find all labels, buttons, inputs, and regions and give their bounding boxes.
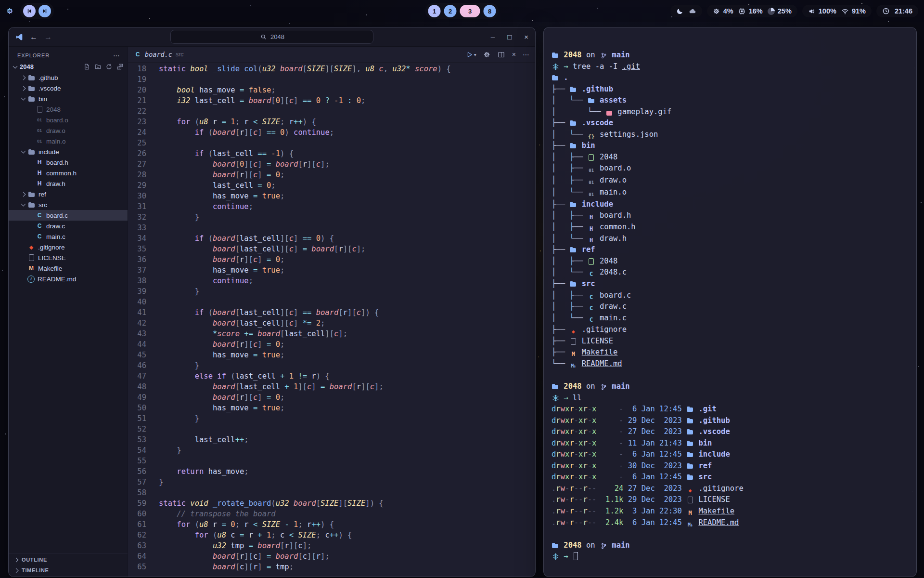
tree-item-common.h[interactable]: Hcommon.h <box>9 168 128 178</box>
nav-forward-button[interactable]: → <box>44 33 52 41</box>
workspace-8[interactable]: 8 <box>484 5 496 17</box>
tab-board.c[interactable]: C board.c src <box>134 51 184 58</box>
tree-item-include[interactable]: include <box>9 146 128 157</box>
new-folder-button[interactable] <box>94 63 102 71</box>
tree-item-.github[interactable]: .github <box>9 72 128 83</box>
tree-item-ref[interactable]: ref <box>9 189 128 199</box>
collapse-folders-button[interactable] <box>116 63 124 71</box>
code-line[interactable]: 31 continue; <box>128 201 535 212</box>
code-line[interactable]: 40 <box>128 297 535 307</box>
run-file-button[interactable]: ▾ <box>466 51 476 58</box>
code-line[interactable]: 62 for (u8 c = r + 1; c < SIZE; c++) { <box>128 530 535 540</box>
code-line[interactable]: 28 board[r][c] = 0; <box>128 170 535 180</box>
code-line[interactable]: 61 for (u8 r = 0; r < SIZE - 1; r++) { <box>128 519 535 530</box>
tree-item-board.o[interactable]: 01board.o <box>9 115 128 125</box>
tree-item-draw.o[interactable]: 01draw.o <box>9 125 128 136</box>
code-line[interactable]: 45 has_move = true; <box>128 350 535 360</box>
terminal-window[interactable]: 2048 on main → tree -a -I .git .├── .git… <box>543 27 917 577</box>
close-editor-button[interactable]: × <box>512 51 516 58</box>
tree-item-main.o[interactable]: 01main.o <box>9 136 128 146</box>
settings-gear-button[interactable] <box>483 51 491 58</box>
media-prev-button[interactable] <box>23 5 36 17</box>
project-root-row[interactable]: 2048 <box>9 61 128 72</box>
code-line[interactable]: 49 board[r][c] = 0; <box>128 392 535 403</box>
code-line[interactable]: 36 board[r][c] = 0; <box>128 254 535 265</box>
code-line[interactable]: 60 // transpose the board <box>128 509 535 519</box>
tree-item-board.c[interactable]: Cboard.c <box>9 210 128 221</box>
code-line[interactable]: 29 last_cell = 0; <box>128 180 535 191</box>
code-line[interactable]: 43 *score += board[last_cell][c]; <box>128 328 535 339</box>
code-line[interactable]: 38 continue; <box>128 276 535 286</box>
code-line[interactable]: 54 } <box>128 445 535 456</box>
refresh-explorer-button[interactable] <box>105 63 113 71</box>
code-line[interactable]: 52 <box>128 424 535 434</box>
code-line[interactable]: 51 } <box>128 413 535 424</box>
code-line[interactable]: 64 board[r][c] = board[c][r]; <box>128 551 535 562</box>
tree-item-2048[interactable]: 2048 <box>9 104 128 115</box>
code-line[interactable]: 34 if (board[last_cell][c] == 0) { <box>128 233 535 244</box>
tree-item-draw.c[interactable]: Cdraw.c <box>9 221 128 231</box>
code-line[interactable]: 30 has_move = true; <box>128 191 535 201</box>
media-next-button[interactable] <box>38 5 51 17</box>
code-line[interactable]: 25 <box>128 138 535 148</box>
code-line[interactable]: 42 board[last_cell][c] *= 2; <box>128 318 535 328</box>
code-line[interactable]: 19 <box>128 74 535 85</box>
maximize-button[interactable]: □ <box>507 33 512 41</box>
editor-more-button[interactable]: ⋯ <box>523 51 529 58</box>
nav-back-button[interactable]: ← <box>30 33 38 41</box>
tree-item-.vscode[interactable]: .vscode <box>9 83 128 93</box>
code-line[interactable]: 22 <box>128 106 535 117</box>
tree-item-README.md[interactable]: iREADME.md <box>9 274 128 284</box>
code-line[interactable]: 58 <box>128 487 535 498</box>
code-line[interactable]: 39 } <box>128 286 535 297</box>
code-line[interactable]: 55 <box>128 456 535 466</box>
code-line[interactable]: 59static void _rotate_board(u32 board[SI… <box>128 498 535 509</box>
code-line[interactable]: 21 i32 last_cell = board[0][c] == 0 ? -1… <box>128 95 535 106</box>
tree-item-.gitignore[interactable]: ◆.gitignore <box>9 242 128 252</box>
code-line[interactable]: 37 has_move = true; <box>128 265 535 276</box>
code-line[interactable]: 44 board[r][c] = 0; <box>128 339 535 350</box>
code-line[interactable]: 41 if (board[last_cell][c] == board[r][c… <box>128 307 535 318</box>
code-line[interactable]: 48 board[last_cell + 1][c] = board[r][c]… <box>128 381 535 392</box>
tree-item-draw.h[interactable]: Hdraw.h <box>9 178 128 189</box>
vscode-titlebar[interactable]: ← → 2048 – □ × <box>9 27 535 47</box>
code-line[interactable]: 63 u32 tmp = board[r][c]; <box>128 540 535 551</box>
timeline-panel[interactable]: TIMELINE <box>9 565 128 576</box>
code-line[interactable]: 35 board[last_cell][c] = board[r][c]; <box>128 244 535 254</box>
workspace-1[interactable]: 1 <box>428 5 441 17</box>
code-line[interactable]: 23 for (u8 r = 1; r < SIZE; r++) { <box>128 117 535 127</box>
audio-network[interactable]: 100% 91% <box>802 5 872 17</box>
tree-item-board.h[interactable]: Hboard.h <box>9 157 128 168</box>
code-area[interactable]: 18static bool _slide_col(u32 board[SIZE]… <box>128 63 535 577</box>
workspace-3[interactable]: 3 <box>460 5 480 17</box>
command-center-search[interactable]: 2048 <box>170 30 373 44</box>
code-line[interactable]: 47 else if (last_cell + 1 != r) { <box>128 371 535 381</box>
new-file-button[interactable] <box>83 63 90 71</box>
outline-panel[interactable]: OUTLINE <box>9 554 128 565</box>
workspace-2[interactable]: 2 <box>444 5 457 17</box>
code-line[interactable]: 20 bool has_move = false; <box>128 85 535 95</box>
close-button[interactable]: × <box>524 33 528 41</box>
tree-item-main.c[interactable]: Cmain.c <box>9 231 128 242</box>
code-line[interactable]: 32 } <box>128 212 535 223</box>
tree-item-Makefile[interactable]: MMakefile <box>9 263 128 274</box>
volume-stat[interactable]: 100% <box>808 7 836 15</box>
tree-item-bin[interactable]: bin <box>9 93 128 104</box>
code-line[interactable]: 46 } <box>128 360 535 371</box>
code-line[interactable]: 57} <box>128 477 535 487</box>
tree-item-src[interactable]: src <box>9 199 128 210</box>
explorer-more-button[interactable]: ⋯ <box>113 52 120 59</box>
code-line[interactable]: 18static bool _slide_col(u32 board[SIZE]… <box>128 64 535 74</box>
split-editor-button[interactable] <box>498 51 505 58</box>
wifi-stat[interactable]: 91% <box>841 7 866 15</box>
tree-item-LICENSE[interactable]: LICENSE <box>9 252 128 263</box>
minimize-button[interactable]: – <box>491 33 495 41</box>
code-line[interactable]: 26 if (last_cell == -1) { <box>128 148 535 159</box>
code-line[interactable]: 24 if (board[r][c] == 0) continue; <box>128 127 535 138</box>
code-line[interactable]: 50 has_move = true; <box>128 403 535 413</box>
os-logo-icon[interactable] <box>6 7 13 15</box>
code-line[interactable]: 27 board[0][c] = board[r][c]; <box>128 159 535 170</box>
code-line[interactable]: 65 board[c][r] = tmp; <box>128 562 535 572</box>
code-line[interactable]: 33 <box>128 223 535 233</box>
code-line[interactable]: 53 last_cell++; <box>128 434 535 445</box>
